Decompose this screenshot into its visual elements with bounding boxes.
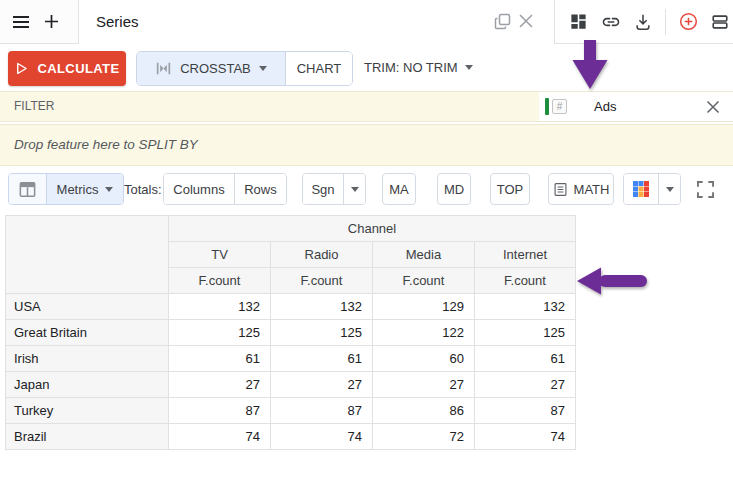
measure-header: F.count: [271, 268, 373, 294]
table-group-row: Channel: [6, 216, 576, 242]
column-header: Internet: [475, 242, 576, 268]
top-button[interactable]: TOP: [490, 173, 530, 205]
crosstab-toggle[interactable]: CROSSTAB: [137, 52, 286, 85]
math-label: MATH: [574, 182, 610, 197]
cell-value: 27: [475, 372, 576, 398]
fullscreen-icon[interactable]: [697, 181, 714, 198]
cell-value: 122: [373, 320, 475, 346]
metrics-group: Metrics: [8, 173, 124, 205]
crosstab-label: CROSSTAB: [180, 61, 251, 76]
split-by-drop-zone[interactable]: Drop feature here to SPLIT BY: [0, 124, 733, 166]
table-row: Japan27272727: [6, 372, 576, 398]
column-header: Radio: [271, 242, 373, 268]
column-header: Media: [373, 242, 475, 268]
metrics-label: Metrics: [57, 182, 99, 197]
crosstab-icon: [155, 61, 172, 76]
app-window: Series: [0, 0, 733, 482]
filter-drop-zone[interactable]: # Ads: [539, 92, 733, 121]
row-label: Great Britain: [6, 320, 169, 346]
cell-value: 132: [475, 294, 576, 320]
calculate-button[interactable]: CALCULATE: [8, 51, 126, 86]
palette-icon: [632, 180, 650, 198]
chevron-down-icon: [465, 65, 473, 70]
md-button[interactable]: MD: [437, 173, 471, 205]
corner-cell: [6, 216, 169, 294]
measure-header: F.count: [169, 268, 271, 294]
top-bar: Series: [0, 0, 733, 44]
cell-value: 125: [271, 320, 373, 346]
cell-value: 27: [169, 372, 271, 398]
rows-icon[interactable]: [711, 13, 729, 31]
table-row: Great Britain125125122125: [6, 320, 576, 346]
cell-value: 125: [169, 320, 271, 346]
math-button[interactable]: MATH: [548, 173, 614, 205]
hash-icon: #: [552, 99, 567, 114]
row-label: Japan: [6, 372, 169, 398]
toolbar-divider: [665, 9, 666, 35]
totals-columns-button[interactable]: Columns: [164, 174, 234, 204]
crosstab-table: Channel TVRadioMediaInternet F.countF.co…: [5, 215, 576, 450]
measure-header: F.count: [373, 268, 475, 294]
group-header: Channel: [169, 216, 576, 242]
cell-value: 60: [373, 346, 475, 372]
ma-button[interactable]: MA: [382, 173, 416, 205]
chevron-down-icon: [105, 187, 113, 192]
row-label: USA: [6, 294, 169, 320]
cell-value: 87: [271, 398, 373, 424]
dashboard-icon[interactable]: [569, 12, 588, 31]
table-layout-icon: [18, 180, 37, 199]
view-toggle-group: CROSSTAB CHART: [136, 51, 353, 86]
row-label: Turkey: [6, 398, 169, 424]
trim-dropdown[interactable]: TRIM: NO TRIM: [364, 44, 473, 91]
trim-label: TRIM: NO TRIM: [364, 60, 458, 75]
cell-value: 61: [475, 346, 576, 372]
cell-value: 129: [373, 294, 475, 320]
metrics-dropdown[interactable]: Metrics: [47, 174, 123, 204]
tab-title[interactable]: Series: [96, 0, 139, 44]
link-icon[interactable]: [601, 12, 621, 32]
filter-bar: FILTER # Ads: [0, 91, 733, 122]
chevron-down-icon: [259, 66, 267, 71]
cell-value: 61: [169, 346, 271, 372]
sgn-button[interactable]: Sgn: [303, 174, 343, 204]
cell-value: 87: [475, 398, 576, 424]
copy-icon[interactable]: [494, 13, 512, 31]
cell-value: 74: [475, 424, 576, 450]
palette-dropdown[interactable]: [658, 174, 680, 204]
sgn-group: Sgn: [302, 173, 366, 205]
totals-label: Totals:: [124, 173, 162, 205]
sgn-dropdown[interactable]: [343, 174, 365, 204]
table-layout-button[interactable]: [9, 174, 47, 204]
feature-color-bar: [545, 98, 549, 115]
math-icon: [553, 182, 568, 197]
metrics-toolbar: Metrics Totals: Columns Rows Sgn MA MD T…: [0, 166, 733, 212]
cell-value: 87: [169, 398, 271, 424]
cell-value: 125: [475, 320, 576, 346]
row-label: Irish: [6, 346, 169, 372]
totals-rows-button[interactable]: Rows: [234, 174, 286, 204]
play-icon: [14, 61, 29, 76]
filter-chip-ads[interactable]: Ads: [594, 99, 616, 114]
download-icon[interactable]: [634, 13, 652, 31]
table-row: Irish61616061: [6, 346, 576, 372]
new-tab-icon[interactable]: [44, 14, 59, 29]
add-circle-icon[interactable]: [679, 12, 698, 31]
annotation-arrow-left: [576, 265, 652, 297]
table-body: USA132132129132Great Britain125125122125…: [6, 294, 576, 450]
calculate-label: CALCULATE: [37, 61, 119, 76]
close-icon[interactable]: [518, 13, 534, 29]
filter-label: FILTER: [14, 92, 54, 121]
totals-button-group: Columns Rows: [163, 173, 287, 205]
split-by-placeholder: Drop feature here to SPLIT BY: [14, 125, 198, 165]
chart-toggle[interactable]: CHART: [286, 52, 352, 85]
menu-icon[interactable]: [12, 15, 30, 29]
column-header: TV: [169, 242, 271, 268]
palette-button[interactable]: [624, 174, 658, 204]
tab-strip-left: [0, 0, 79, 44]
table-row: USA132132129132: [6, 294, 576, 320]
window-actions: [554, 0, 733, 44]
palette-group: [623, 173, 681, 205]
cell-value: 132: [169, 294, 271, 320]
remove-filter-icon[interactable]: [706, 100, 720, 114]
cell-value: 132: [271, 294, 373, 320]
